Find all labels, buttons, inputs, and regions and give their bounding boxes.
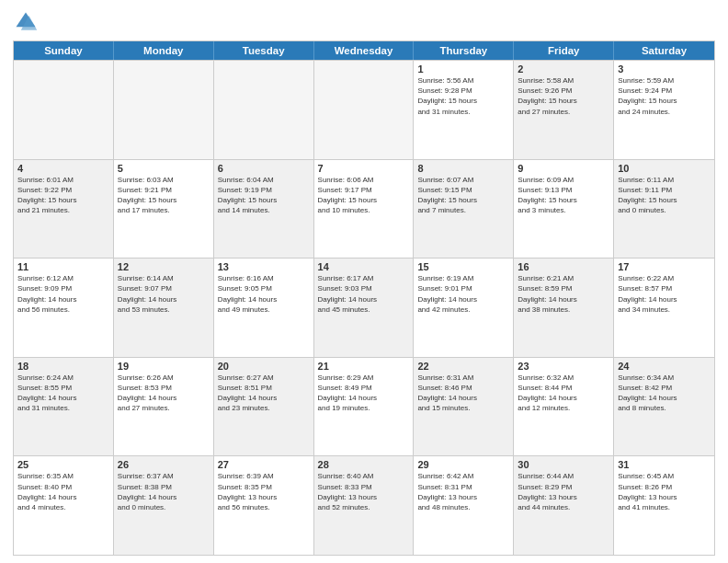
calendar-cell: 14Sunrise: 6:17 AM Sunset: 9:03 PM Dayli… (314, 259, 415, 357)
day-info: Sunrise: 5:58 AM Sunset: 9:26 PM Dayligh… (518, 75, 609, 117)
day-number: 10 (618, 163, 711, 174)
day-info: Sunrise: 6:09 AM Sunset: 9:13 PM Dayligh… (518, 175, 609, 216)
calendar-week: 11Sunrise: 6:12 AM Sunset: 9:09 PM Dayli… (14, 258, 714, 357)
calendar-cell: 11Sunrise: 6:12 AM Sunset: 9:09 PM Dayli… (14, 259, 114, 357)
day-info: Sunrise: 5:59 AM Sunset: 9:24 PM Dayligh… (618, 75, 711, 117)
day-info: Sunrise: 6:01 AM Sunset: 9:22 PM Dayligh… (17, 175, 109, 216)
calendar-cell: 16Sunrise: 6:21 AM Sunset: 8:59 PM Dayli… (514, 259, 614, 357)
calendar-cell: 4Sunrise: 6:01 AM Sunset: 9:22 PM Daylig… (14, 160, 114, 259)
day-info: Sunrise: 6:14 AM Sunset: 9:07 PM Dayligh… (118, 273, 210, 315)
calendar-header-cell: Wednesday (314, 41, 415, 60)
calendar-cell: 28Sunrise: 6:40 AM Sunset: 8:33 PM Dayli… (314, 456, 415, 555)
day-info: Sunrise: 6:42 AM Sunset: 8:31 PM Dayligh… (417, 471, 509, 512)
logo-icon (13, 9, 39, 35)
calendar-cell: 27Sunrise: 6:39 AM Sunset: 8:35 PM Dayli… (214, 456, 314, 555)
calendar-header-cell: Sunday (14, 41, 114, 60)
day-number: 24 (618, 361, 711, 372)
day-info: Sunrise: 6:37 AM Sunset: 8:38 PM Dayligh… (118, 471, 210, 512)
calendar-cell: 30Sunrise: 6:44 AM Sunset: 8:29 PM Dayli… (514, 456, 614, 555)
day-number: 30 (518, 459, 609, 470)
day-number: 16 (518, 261, 609, 272)
day-number: 8 (417, 163, 509, 174)
calendar-cell: 8Sunrise: 6:07 AM Sunset: 9:15 PM Daylig… (414, 160, 514, 259)
calendar-cell: 17Sunrise: 6:22 AM Sunset: 8:57 PM Dayli… (614, 259, 714, 357)
calendar-cell (14, 61, 114, 159)
day-number: 28 (318, 459, 410, 470)
calendar-cell: 31Sunrise: 6:45 AM Sunset: 8:26 PM Dayli… (614, 456, 714, 555)
day-info: Sunrise: 6:34 AM Sunset: 8:42 PM Dayligh… (618, 373, 711, 414)
day-info: Sunrise: 6:12 AM Sunset: 9:09 PM Dayligh… (17, 273, 109, 315)
calendar-cell: 23Sunrise: 6:32 AM Sunset: 8:44 PM Dayli… (514, 358, 614, 456)
calendar-cell: 5Sunrise: 6:03 AM Sunset: 9:21 PM Daylig… (114, 160, 214, 259)
day-number: 18 (17, 361, 109, 372)
calendar-cell: 6Sunrise: 6:04 AM Sunset: 9:19 PM Daylig… (214, 160, 314, 259)
calendar-cell: 21Sunrise: 6:29 AM Sunset: 8:49 PM Dayli… (314, 358, 415, 456)
day-number: 4 (17, 163, 109, 174)
day-number: 7 (318, 163, 410, 174)
calendar-cell: 13Sunrise: 6:16 AM Sunset: 9:05 PM Dayli… (214, 259, 314, 357)
calendar-cell: 15Sunrise: 6:19 AM Sunset: 9:01 PM Dayli… (414, 259, 514, 357)
day-number: 3 (618, 63, 711, 75)
calendar-cell: 20Sunrise: 6:27 AM Sunset: 8:51 PM Dayli… (214, 358, 314, 456)
day-number: 1 (417, 63, 509, 75)
day-info: Sunrise: 6:21 AM Sunset: 8:59 PM Dayligh… (518, 273, 609, 315)
day-info: Sunrise: 6:29 AM Sunset: 8:49 PM Dayligh… (318, 373, 410, 414)
day-info: Sunrise: 6:19 AM Sunset: 9:01 PM Dayligh… (417, 273, 509, 315)
calendar-cell: 9Sunrise: 6:09 AM Sunset: 9:13 PM Daylig… (514, 160, 614, 259)
logo (13, 9, 42, 35)
day-info: Sunrise: 6:45 AM Sunset: 8:26 PM Dayligh… (618, 471, 711, 512)
day-number: 31 (618, 459, 711, 470)
calendar-cell (314, 61, 415, 159)
day-info: Sunrise: 6:40 AM Sunset: 8:33 PM Dayligh… (318, 471, 410, 512)
day-info: Sunrise: 6:04 AM Sunset: 9:19 PM Dayligh… (218, 175, 310, 216)
day-number: 17 (618, 261, 711, 272)
calendar-cell: 1Sunrise: 5:56 AM Sunset: 9:28 PM Daylig… (414, 61, 514, 159)
day-number: 12 (118, 261, 210, 272)
day-number: 22 (417, 361, 509, 372)
day-number: 15 (417, 261, 509, 272)
day-info: Sunrise: 6:35 AM Sunset: 8:40 PM Dayligh… (17, 471, 109, 512)
calendar-cell: 2Sunrise: 5:58 AM Sunset: 9:26 PM Daylig… (514, 61, 614, 159)
calendar-cell: 19Sunrise: 6:26 AM Sunset: 8:53 PM Dayli… (114, 358, 214, 456)
calendar-header-cell: Tuesday (214, 41, 314, 60)
day-number: 19 (118, 361, 210, 372)
calendar-header-cell: Friday (514, 41, 614, 60)
day-info: Sunrise: 6:16 AM Sunset: 9:05 PM Dayligh… (218, 273, 310, 315)
calendar-cell: 10Sunrise: 6:11 AM Sunset: 9:11 PM Dayli… (614, 160, 714, 259)
day-number: 2 (518, 63, 609, 75)
day-info: Sunrise: 6:39 AM Sunset: 8:35 PM Dayligh… (218, 471, 310, 512)
calendar-cell: 29Sunrise: 6:42 AM Sunset: 8:31 PM Dayli… (414, 456, 514, 555)
calendar-week: 18Sunrise: 6:24 AM Sunset: 8:55 PM Dayli… (14, 357, 714, 456)
header (13, 9, 715, 35)
day-info: Sunrise: 6:27 AM Sunset: 8:51 PM Dayligh… (218, 373, 310, 414)
calendar-cell: 25Sunrise: 6:35 AM Sunset: 8:40 PM Dayli… (14, 456, 114, 555)
calendar: SundayMondayTuesdayWednesdayThursdayFrid… (13, 40, 715, 556)
calendar-cell: 18Sunrise: 6:24 AM Sunset: 8:55 PM Dayli… (14, 358, 114, 456)
day-number: 13 (218, 261, 310, 272)
day-number: 14 (318, 261, 410, 272)
day-number: 5 (118, 163, 210, 174)
calendar-week: 4Sunrise: 6:01 AM Sunset: 9:22 PM Daylig… (14, 159, 714, 259)
day-info: Sunrise: 6:44 AM Sunset: 8:29 PM Dayligh… (518, 471, 609, 512)
day-info: Sunrise: 6:22 AM Sunset: 8:57 PM Dayligh… (618, 273, 711, 315)
day-number: 9 (518, 163, 609, 174)
calendar-cell: 26Sunrise: 6:37 AM Sunset: 8:38 PM Dayli… (114, 456, 214, 555)
day-number: 23 (518, 361, 609, 372)
day-number: 25 (17, 459, 109, 470)
day-info: Sunrise: 6:11 AM Sunset: 9:11 PM Dayligh… (618, 175, 711, 216)
day-info: Sunrise: 5:56 AM Sunset: 9:28 PM Dayligh… (417, 75, 509, 117)
day-number: 11 (17, 261, 109, 272)
calendar-week: 1Sunrise: 5:56 AM Sunset: 9:28 PM Daylig… (14, 60, 714, 159)
day-info: Sunrise: 6:32 AM Sunset: 8:44 PM Dayligh… (518, 373, 609, 414)
calendar-header-row: SundayMondayTuesdayWednesdayThursdayFrid… (14, 41, 714, 60)
day-info: Sunrise: 6:24 AM Sunset: 8:55 PM Dayligh… (17, 373, 109, 414)
day-number: 6 (218, 163, 310, 174)
day-info: Sunrise: 6:03 AM Sunset: 9:21 PM Dayligh… (118, 175, 210, 216)
day-info: Sunrise: 6:17 AM Sunset: 9:03 PM Dayligh… (318, 273, 410, 315)
calendar-header-cell: Thursday (414, 41, 514, 60)
day-number: 29 (417, 459, 509, 470)
day-info: Sunrise: 6:06 AM Sunset: 9:17 PM Dayligh… (318, 175, 410, 216)
calendar-cell: 24Sunrise: 6:34 AM Sunset: 8:42 PM Dayli… (614, 358, 714, 456)
calendar-header-cell: Monday (114, 41, 214, 60)
day-number: 27 (218, 459, 310, 470)
